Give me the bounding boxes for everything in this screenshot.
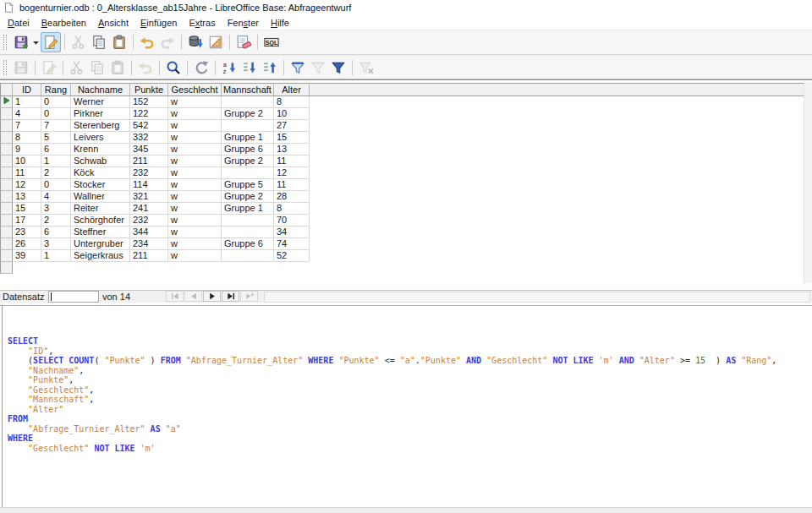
cell[interactable]: w [168,179,222,191]
save-button[interactable] [11,32,31,52]
standard-filter-button[interactable] [328,57,348,78]
cell[interactable]: w [168,108,222,120]
menu-datei[interactable]: Datei [2,17,36,29]
paste-button[interactable] [107,57,128,78]
cell[interactable]: Gruppe 1 [222,203,274,215]
cell[interactable]: 211 [130,250,168,262]
cell[interactable]: Schörghofer [71,215,130,226]
cell[interactable]: 234 [130,238,168,250]
save-dropdown[interactable] [31,32,41,52]
table-row[interactable]: 77Sterenberg542w27 [1,120,804,132]
column-header-rang[interactable]: Rang [41,84,71,96]
copy-button[interactable] [87,57,107,78]
row-header-corner[interactable] [1,84,13,96]
cell[interactable]: 15 [274,132,310,144]
cell[interactable]: 10 [13,156,41,167]
table-row[interactable]: 96Krenn345wGruppe 613 [1,144,804,156]
cell[interactable]: Gruppe 5 [222,179,274,191]
menu-hilfe[interactable]: Hilfe [265,17,295,29]
menu-bearbeiten[interactable]: Bearbeiten [36,17,92,29]
cell[interactable]: 6 [41,226,71,238]
record-number-input[interactable] [48,291,99,303]
table-row[interactable]: 10Werner152w8 [1,96,804,108]
cell[interactable]: 2 [41,215,71,226]
cell[interactable] [222,215,274,226]
redo-button[interactable] [157,32,178,52]
column-header-punkte[interactable]: Punkte [130,84,168,96]
row-header[interactable] [1,191,13,203]
row-header[interactable] [1,108,13,120]
cell[interactable]: 5 [41,132,71,144]
cell[interactable]: Gruppe 2 [222,156,274,167]
cell[interactable]: w [168,132,222,144]
cell[interactable]: Reiter [71,203,130,215]
table-row[interactable]: 391Seigerkraus211w52 [1,250,804,262]
row-header[interactable] [1,215,13,226]
column-header-geschlecht[interactable]: Geschlecht [168,84,222,96]
table-row[interactable]: 85Leivers332wGruppe 115 [1,132,804,144]
cell[interactable]: 345 [130,144,168,156]
cell[interactable]: 34 [274,226,310,238]
cell[interactable]: 12 [13,179,41,191]
cell[interactable]: Werner [71,96,130,108]
undo-data-button[interactable] [135,57,156,78]
save-record-button[interactable] [11,57,31,78]
cut-button[interactable] [69,32,89,52]
row-header[interactable] [1,156,13,167]
cell[interactable]: 8 [13,132,41,144]
cell[interactable]: 542 [130,120,168,132]
cell[interactable]: w [168,238,222,250]
cell[interactable]: 3 [41,203,71,215]
cell[interactable]: 27 [274,120,310,132]
table-row[interactable]: 112Köck232w12 [1,167,804,179]
cell[interactable]: Gruppe 2 [222,191,274,203]
cell[interactable]: Gruppe 6 [222,144,274,156]
sql-editor[interactable]: SELECT "ID", (SELECT COUNT( "Punkte" ) F… [2,306,812,507]
cell[interactable]: 2 [41,167,71,179]
refresh-button[interactable] [191,57,211,78]
row-header[interactable] [1,167,13,179]
cell[interactable]: 152 [130,96,168,108]
cell[interactable] [222,96,274,108]
table-row[interactable]: 263Untergruber234wGruppe 674 [1,238,804,250]
table-row[interactable]: 134Wallner321wGruppe 228 [1,191,804,203]
cell[interactable]: w [168,96,222,108]
cell[interactable]: 23 [13,226,41,238]
cell[interactable]: w [168,215,222,226]
cell[interactable]: 0 [41,108,71,120]
cell[interactable]: 1 [41,250,71,262]
cell[interactable]: 8 [274,203,310,215]
cell[interactable]: 8 [274,96,310,108]
menu-ansicht[interactable]: Ansicht [92,17,134,29]
cell[interactable]: Steffner [71,226,130,238]
cell[interactable]: Krenn [71,144,130,156]
reset-filter-button[interactable] [356,57,376,78]
cell[interactable]: 10 [274,108,310,120]
table-row[interactable]: 40Pirkner122wGruppe 210 [1,108,804,120]
last-record-button[interactable] [222,291,239,302]
row-header[interactable] [1,132,13,144]
cell[interactable] [222,120,274,132]
menu-fenster[interactable]: Fenster [222,17,265,29]
column-header-mannschaft[interactable]: Mannschaft [222,84,274,96]
cell[interactable]: 7 [13,120,41,132]
cell[interactable]: 12 [274,167,310,179]
cell[interactable]: Köck [71,167,130,179]
row-header[interactable] [1,96,13,108]
row-header[interactable] [1,238,13,250]
cell[interactable]: 241 [130,203,168,215]
row-header[interactable] [1,179,13,191]
cell[interactable]: 321 [130,191,168,203]
cell[interactable]: 26 [13,238,41,250]
cell[interactable]: 122 [130,108,168,120]
cell[interactable] [222,250,274,262]
cell[interactable]: w [168,203,222,215]
cell[interactable]: 15 [13,203,41,215]
sort-ascending-button[interactable] [239,57,260,78]
row-header[interactable] [1,120,13,132]
cut-button[interactable] [67,57,87,78]
cell[interactable] [222,226,274,238]
cell[interactable]: 344 [130,226,168,238]
cell[interactable]: w [168,144,222,156]
undo-button[interactable] [137,32,157,52]
